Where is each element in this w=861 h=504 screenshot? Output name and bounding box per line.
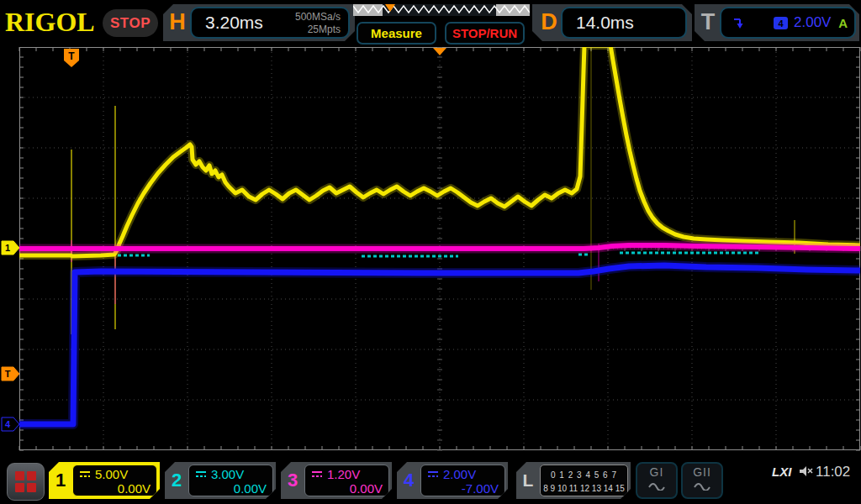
sine-wave-icon (693, 480, 711, 491)
trigger-level-marker[interactable]: T (2, 367, 19, 381)
channel-1-box[interactable]: 1 5.00V 0.00V (49, 462, 160, 499)
overview-window (383, 4, 496, 16)
channel-2-scale: 3.00V (211, 467, 244, 481)
horizontal-settings-box[interactable]: H 3.20ms 500MSa/s 25Mpts (163, 4, 355, 41)
channel-1-marker[interactable]: 1 (2, 241, 19, 255)
horizontal-center-marker[interactable] (433, 48, 446, 55)
channel-1-number: 1 (49, 462, 72, 499)
top-bar: RIGOL STOP H 3.20ms 500MSa/s 25Mpts Meas… (0, 0, 861, 47)
delay-label: D (537, 9, 561, 35)
sample-rate-readout: 500MSa/s 25Mpts (295, 11, 341, 36)
graticule-markers: T1T4 (2, 48, 446, 431)
channel-4-offset: -7.00V (427, 481, 499, 496)
logic-row-1: 0 1 2 3 4 5 6 7 (541, 469, 627, 482)
logic-label: L (516, 462, 540, 499)
rigol-logo: RIGOL (5, 7, 95, 38)
svg-text:4: 4 (5, 419, 11, 429)
delay-settings-box[interactable]: D 14.0ms (532, 4, 692, 41)
generator-2-label: GII (683, 465, 721, 479)
timebase-box[interactable]: 3.20ms 500MSa/s 25Mpts (190, 7, 350, 39)
dc-coupling-icon (195, 470, 207, 479)
trigger-source-chip: 4 (774, 17, 788, 29)
sample-rate: 500MSa/s (295, 11, 341, 24)
logic-row-2: 8 9 10 11 12 13 14 15 (541, 482, 627, 496)
trigger-settings-box[interactable]: T 4 2.00V A (695, 4, 859, 41)
trigger-sweep-mode: A (838, 16, 848, 30)
channel-3-scale: 1.20V (327, 467, 360, 481)
delay-value: 14.0ms (576, 13, 634, 33)
channel-1-scale: 5.00V (95, 467, 128, 481)
sine-wave-icon (647, 480, 666, 491)
logic-channel-list: 0 1 2 3 4 5 6 7 8 9 10 11 12 13 14 15 (540, 465, 628, 496)
horizontal-label: H (166, 9, 189, 35)
channel-3-box[interactable]: 3 1.20V 0.00V (281, 462, 392, 499)
channel-4-box[interactable]: 4 2.00V -7.00V (397, 462, 508, 499)
waveform-overview-strip[interactable] (353, 3, 530, 18)
menu-grid-icon (15, 471, 36, 492)
stop-run-button[interactable]: STOP/RUN (445, 22, 525, 45)
generator-1-button[interactable]: GI (636, 462, 678, 499)
channel-1-offset: 0.00V (79, 481, 151, 496)
measure-button[interactable]: Measure (357, 22, 436, 45)
acquisition-status-badge: STOP (103, 9, 158, 37)
channel-3-number: 3 (281, 462, 304, 499)
speaker-muted-icon[interactable] (799, 465, 814, 478)
dc-coupling-icon (311, 470, 323, 479)
trigger-level-value: 2.00V (794, 14, 831, 31)
svg-text:1: 1 (5, 243, 10, 253)
logic-analyzer-box[interactable]: L 0 1 2 3 4 5 6 7 8 9 10 11 12 13 14 15 (516, 462, 631, 499)
channel-3-offset: 0.00V (311, 481, 383, 496)
generator-1-label: GI (637, 465, 676, 479)
oscilloscope-screen: T1T4 RIGOL STOP H 3.20ms 500MSa/s 25Mpts… (0, 0, 861, 504)
memory-depth: 25Mpts (295, 24, 341, 36)
waveform-display[interactable]: T1T4 (0, 0, 861, 504)
channel-4-number: 4 (397, 462, 420, 499)
svg-text:T: T (5, 369, 11, 379)
channel-2-box[interactable]: 2 3.00V 0.00V (165, 462, 276, 499)
trigger-box[interactable]: 4 2.00V A (720, 7, 856, 39)
delay-box[interactable]: 14.0ms (561, 7, 687, 39)
timebase-value: 3.20ms (205, 13, 263, 33)
bottom-bar: 1 5.00V 0.00V 2 3.00V 0.00V 3 (0, 454, 861, 504)
generator-2-button[interactable]: GII (681, 462, 723, 499)
channel-2-offset: 0.00V (195, 481, 267, 496)
falling-edge-icon (732, 16, 750, 31)
dc-coupling-icon (427, 470, 439, 479)
trigger-label: T (696, 9, 720, 35)
channel-2-number: 2 (165, 462, 188, 499)
menu-button[interactable] (7, 463, 45, 501)
lxi-status: LXI (772, 465, 791, 479)
svg-text:T: T (68, 50, 75, 62)
channel-4-marker[interactable]: 4 (2, 417, 19, 431)
channel-4-scale: 2.00V (443, 467, 476, 481)
dc-coupling-icon (79, 470, 91, 479)
trigger-position-marker[interactable]: T (64, 49, 79, 67)
clock: 11:02 (816, 464, 850, 480)
